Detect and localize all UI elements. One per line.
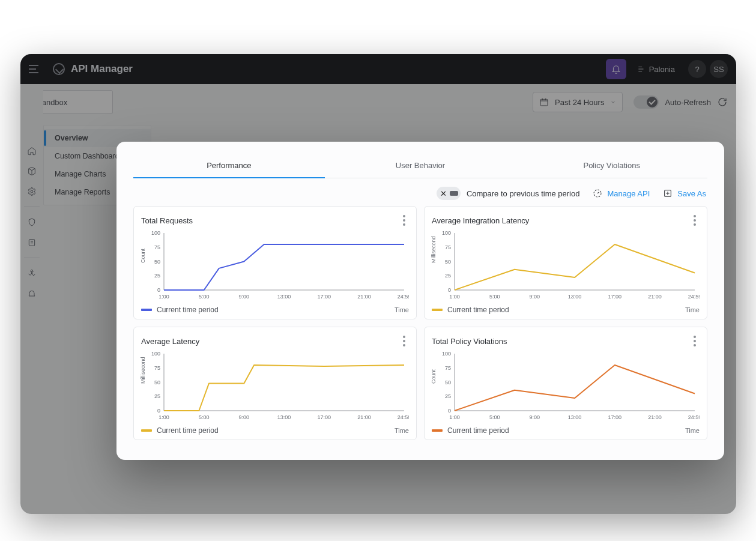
svg-text:50: 50 [445,379,451,385]
svg-text:24:59: 24:59 [688,294,700,300]
svg-text:9:00: 9:00 [530,414,540,420]
legend-label: Current time period [447,306,509,314]
rail-item-cube[interactable] [20,162,43,180]
legend-swatch [432,429,443,432]
svg-text:75: 75 [445,365,451,371]
org-switcher[interactable]: Palonia [637,65,675,74]
chart-menu-button[interactable] [690,336,700,346]
org-icon [637,65,646,73]
svg-text:5:00: 5:00 [489,414,500,420]
svg-rect-0 [540,99,548,106]
svg-text:25: 25 [445,393,451,399]
topbar: API Manager Palonia ? SS [20,54,736,84]
legend-swatch [141,309,152,311]
rail-item-analytics[interactable] [20,264,43,282]
svg-text:100: 100 [151,230,160,236]
svg-text:75: 75 [154,365,160,371]
rail-item-shield[interactable] [20,213,43,231]
svg-text:1:00: 1:00 [449,414,460,420]
tab-performance[interactable]: Performance [133,155,325,178]
manage-api-link[interactable]: Manage API [593,189,650,198]
panel-tabs: Performance User Behavior Policy Violati… [133,155,707,178]
auto-refresh-label: Auto-Refresh [665,98,711,107]
chart-title: Total Policy Violations [432,337,507,346]
chart-title: Average Latency [141,337,199,346]
x-axis-label: Time [685,306,700,313]
chart-plot: Millisecond 02550751001:005:009:0013:001… [432,229,700,302]
svg-text:24:59: 24:59 [688,414,700,420]
svg-text:17:00: 17:00 [608,294,622,300]
chart-menu-button[interactable] [399,215,409,226]
auto-refresh-toggle[interactable] [634,95,659,109]
chart-plot: Count 02550751001:005:009:0013:0017:0021… [141,229,409,302]
time-period-label: Past 24 Hours [555,98,604,107]
help-button[interactable]: ? [688,60,706,78]
svg-text:100: 100 [442,351,451,357]
svg-point-1 [31,190,33,193]
svg-text:25: 25 [154,273,160,279]
chart-card-total-requests: Total Requests Count 02550751001:005:009… [133,206,417,319]
svg-text:21:00: 21:00 [648,414,662,420]
svg-text:0: 0 [157,408,160,414]
save-as-link[interactable]: Save As [663,189,706,198]
svg-text:5:00: 5:00 [199,294,210,300]
svg-text:5:00: 5:00 [199,414,210,420]
svg-rect-2 [29,240,34,246]
toggle-knob [450,191,458,196]
avatar[interactable]: SS [710,60,728,78]
rail-item-settings[interactable] [20,183,43,201]
toolbar: Sandbox Past 24 Hours Auto-Refresh [29,90,728,114]
calendar-icon [539,97,549,107]
svg-text:50: 50 [154,259,160,265]
svg-text:50: 50 [445,259,451,265]
chart-menu-button[interactable] [690,215,700,226]
rail-item-reports[interactable] [20,234,43,252]
svg-text:9:00: 9:00 [530,294,540,300]
chart-title: Total Requests [141,216,193,225]
tab-user-behavior[interactable]: User Behavior [325,155,516,178]
chevron-down-icon [610,97,616,107]
chart-menu-button[interactable] [399,336,409,346]
legend-label: Current time period [447,426,509,435]
chart-card-avg-integration-latency: Average Integration Latency Millisecond … [424,206,707,319]
save-icon [663,189,673,198]
legend-label: Current time period [157,426,219,435]
svg-text:0: 0 [157,287,160,293]
svg-text:75: 75 [445,244,451,250]
x-axis-label: Time [395,306,409,313]
bell-icon [611,64,621,74]
refresh-button[interactable] [717,97,728,107]
svg-text:5:00: 5:00 [489,294,500,300]
time-period-selector[interactable]: Past 24 Hours [533,92,623,112]
compare-toggle[interactable]: ✕ [437,187,461,200]
svg-text:21:00: 21:00 [357,414,371,420]
svg-text:100: 100 [151,351,160,357]
notifications-button[interactable] [606,59,626,79]
svg-text:50: 50 [154,379,160,385]
svg-text:1:00: 1:00 [159,414,169,420]
svg-text:25: 25 [154,393,160,399]
svg-text:1:00: 1:00 [159,294,169,300]
svg-text:75: 75 [154,244,160,250]
menu-icon[interactable] [29,62,42,76]
svg-text:25: 25 [445,273,451,279]
svg-text:13:00: 13:00 [277,294,291,300]
x-axis-label: Time [395,427,409,434]
refresh-icon [717,97,728,107]
legend-label: Current time period [157,306,219,314]
compare-label: Compare to previous time period [467,189,580,198]
rail-item-alerts[interactable] [20,285,43,303]
tab-policy-violations[interactable]: Policy Violations [516,155,707,178]
svg-text:17:00: 17:00 [318,414,331,420]
svg-text:9:00: 9:00 [239,294,250,300]
chart-title: Average Integration Latency [432,216,529,225]
auto-refresh: Auto-Refresh [634,95,728,109]
rail-item-home[interactable] [20,142,43,160]
app-title: API Manager [71,63,133,75]
brand: API Manager [53,63,133,75]
svg-text:1:00: 1:00 [449,294,460,300]
org-name: Palonia [649,65,675,74]
panel-subbar: ✕ Compare to previous time period Manage… [133,178,707,206]
svg-text:24:59: 24:59 [398,294,409,300]
svg-text:13:00: 13:00 [568,414,582,420]
